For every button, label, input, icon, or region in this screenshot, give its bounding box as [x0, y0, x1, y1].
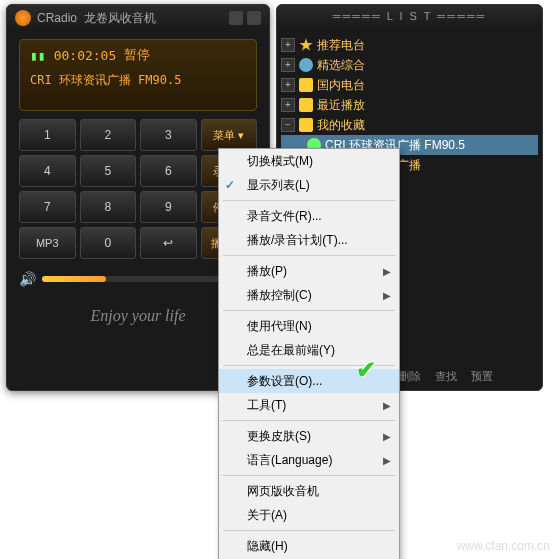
chevron-right-icon: ▶	[383, 400, 391, 411]
app-logo-icon	[15, 10, 31, 26]
footer-delete[interactable]: 删除	[399, 369, 421, 384]
play-status: 暂停	[124, 46, 150, 64]
footer-preset[interactable]: 预置	[471, 369, 493, 384]
menu-about[interactable]: 关于(A)	[219, 503, 399, 527]
pause-icon: ▮▮	[30, 48, 46, 63]
titlebar: CRadio 龙卷风收音机	[7, 5, 269, 31]
tree-node[interactable]: +国内电台	[281, 75, 538, 95]
key-7[interactable]: 7	[19, 191, 76, 223]
tree-node[interactable]: +精选综合	[281, 55, 538, 75]
key-1[interactable]: 1	[19, 119, 76, 151]
tree-node[interactable]: +最近播放	[281, 95, 538, 115]
key-6[interactable]: 6	[140, 155, 197, 187]
annotation-checkmark-icon: ✔	[356, 356, 376, 384]
key-2[interactable]: 2	[80, 119, 137, 151]
key-4[interactable]: 4	[19, 155, 76, 187]
menu-proxy[interactable]: 使用代理(N)	[219, 314, 399, 338]
key-9[interactable]: 9	[140, 191, 197, 223]
speaker-icon[interactable]: 🔊	[19, 271, 36, 287]
folder-icon	[299, 98, 313, 112]
menu-switch-mode[interactable]: 切换模式(M)	[219, 149, 399, 173]
key-enter[interactable]: ↩	[140, 227, 197, 259]
close-button[interactable]	[247, 11, 261, 25]
chevron-right-icon: ▶	[383, 455, 391, 466]
chevron-right-icon: ▶	[383, 290, 391, 301]
key-0[interactable]: 0	[80, 227, 137, 259]
key-3[interactable]: 3	[140, 119, 197, 151]
watermark-text: www.cfan.com.cn	[457, 539, 550, 553]
key-8[interactable]: 8	[80, 191, 137, 223]
menu-play-plan[interactable]: 播放/录音计划(T)...	[219, 228, 399, 252]
chevron-right-icon: ▶	[383, 431, 391, 442]
mp3-button[interactable]: MP3	[19, 227, 76, 259]
menu-hide[interactable]: 隐藏(H)	[219, 534, 399, 558]
folder-icon	[299, 118, 313, 132]
menu-rec-file[interactable]: 录音文件(R)...	[219, 204, 399, 228]
menu-show-list[interactable]: ✓显示列表(L)	[219, 173, 399, 197]
display-panel: ▮▮ 00:02:05 暂停 CRI 环球资讯广播 FM90.5	[19, 39, 257, 111]
menu-web[interactable]: 网页版收音机	[219, 479, 399, 503]
footer-find[interactable]: 查找	[435, 369, 457, 384]
volume-slider[interactable]	[42, 276, 225, 282]
star-icon	[299, 38, 313, 52]
menu-play[interactable]: 播放(P)▶	[219, 259, 399, 283]
station-name: CRI 环球资讯广播 FM90.5	[30, 72, 246, 89]
menu-language[interactable]: 语言(Language)▶	[219, 448, 399, 472]
menu-skin[interactable]: 更换皮肤(S)▶	[219, 424, 399, 448]
app-title: CRadio	[37, 11, 77, 25]
key-5[interactable]: 5	[80, 155, 137, 187]
context-menu: 切换模式(M) ✓显示列表(L) 录音文件(R)... 播放/录音计划(T)..…	[218, 148, 400, 559]
menu-button[interactable]: 菜单 ▾	[201, 119, 258, 151]
gear-icon	[299, 58, 313, 72]
app-subtitle: 龙卷风收音机	[84, 10, 156, 27]
chevron-right-icon: ▶	[383, 266, 391, 277]
folder-icon	[299, 78, 313, 92]
elapsed-time: 00:02:05	[54, 48, 117, 63]
check-icon: ✓	[225, 178, 235, 192]
menu-tools[interactable]: 工具(T)▶	[219, 393, 399, 417]
menu-play-ctrl[interactable]: 播放控制(C)▶	[219, 283, 399, 307]
list-header: ═════ L I S T ═════	[277, 5, 542, 27]
tree-node[interactable]: +推荐电台	[281, 35, 538, 55]
tree-node[interactable]: −我的收藏	[281, 115, 538, 135]
minimize-button[interactable]	[229, 11, 243, 25]
